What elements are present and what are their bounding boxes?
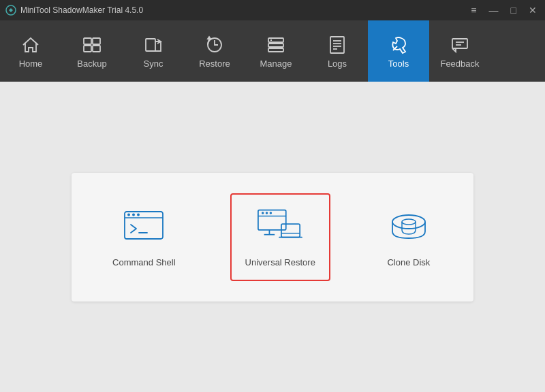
nav-label-feedback: Feedback	[440, 59, 479, 69]
svg-rect-8	[268, 44, 283, 47]
svg-rect-1	[84, 38, 91, 44]
nav-item-tools[interactable]: Tools	[368, 20, 429, 82]
nav-label-sync: Sync	[144, 59, 164, 69]
command-shell-icon	[123, 210, 165, 245]
nav-label-logs: Logs	[328, 59, 347, 69]
home-icon	[20, 34, 42, 56]
title-bar-left: MiniTool ShadowMaker Trial 4.5.0	[5, 5, 143, 16]
command-shell-icon-wrap	[120, 207, 168, 248]
backup-icon	[81, 34, 103, 56]
clone-disk-icon-wrap	[385, 207, 433, 248]
nav-item-home[interactable]: Home	[0, 20, 61, 82]
title-bar-controls: ≡ — □ ✕	[468, 4, 540, 16]
nav-item-logs[interactable]: Logs	[307, 20, 368, 82]
svg-point-36	[392, 215, 425, 229]
svg-rect-11	[330, 37, 344, 53]
nav-item-manage[interactable]: Manage	[245, 20, 307, 82]
svg-rect-4	[93, 46, 100, 52]
tools-card: Command Shell	[72, 173, 473, 301]
minimize-button[interactable]: —	[486, 4, 501, 16]
nav-item-sync[interactable]: Sync	[123, 20, 184, 82]
universal-restore-icon-wrap	[256, 207, 304, 248]
clone-disk-icon	[388, 210, 430, 245]
tools-icon	[388, 34, 409, 56]
svg-point-28	[262, 212, 264, 214]
app-logo-icon	[5, 5, 16, 16]
svg-rect-9	[268, 48, 283, 52]
logs-icon	[326, 34, 348, 56]
tool-label-command-shell: Command Shell	[112, 257, 176, 267]
svg-point-29	[266, 212, 268, 214]
tool-item-universal-restore[interactable]: Universal Restore	[230, 193, 330, 281]
menu-button[interactable]: ≡	[468, 4, 479, 16]
nav-label-manage: Manage	[260, 59, 292, 69]
svg-rect-17	[452, 39, 467, 48]
svg-point-30	[270, 212, 272, 214]
title-bar: MiniTool ShadowMaker Trial 4.5.0 ≡ — □ ✕	[0, 0, 545, 20]
nav-label-home: Home	[19, 59, 43, 69]
universal-restore-icon	[256, 208, 304, 247]
tool-label-universal-restore: Universal Restore	[245, 257, 315, 267]
nav-item-restore[interactable]: Restore	[184, 20, 245, 82]
app-title: MiniTool ShadowMaker Trial 4.5.0	[20, 5, 143, 15]
nav-bar: Home Backup Sync Restore	[0, 20, 545, 82]
sync-icon	[142, 34, 164, 56]
restore-icon	[204, 34, 225, 56]
svg-point-22	[127, 213, 130, 216]
svg-point-24	[137, 213, 140, 216]
tool-label-clone-disk: Clone Disk	[387, 257, 430, 267]
svg-point-23	[132, 213, 135, 216]
svg-rect-3	[84, 46, 91, 52]
nav-label-backup: Backup	[77, 59, 106, 69]
nav-item-feedback[interactable]: Feedback	[429, 20, 490, 82]
svg-rect-33	[281, 224, 300, 237]
nav-label-restore: Restore	[199, 59, 230, 69]
svg-rect-20	[125, 212, 163, 239]
feedback-icon	[449, 34, 471, 56]
nav-label-tools: Tools	[388, 59, 409, 69]
manage-icon	[265, 34, 287, 56]
svg-point-39	[402, 219, 416, 225]
svg-rect-5	[146, 39, 155, 51]
tool-item-command-shell[interactable]: Command Shell	[99, 195, 189, 280]
nav-item-backup[interactable]: Backup	[61, 20, 123, 82]
tool-item-clone-disk[interactable]: Clone Disk	[371, 195, 446, 280]
maximize-button[interactable]: □	[508, 4, 519, 16]
close-button[interactable]: ✕	[526, 4, 540, 16]
svg-rect-2	[93, 38, 100, 44]
main-content: Command Shell	[0, 82, 545, 392]
